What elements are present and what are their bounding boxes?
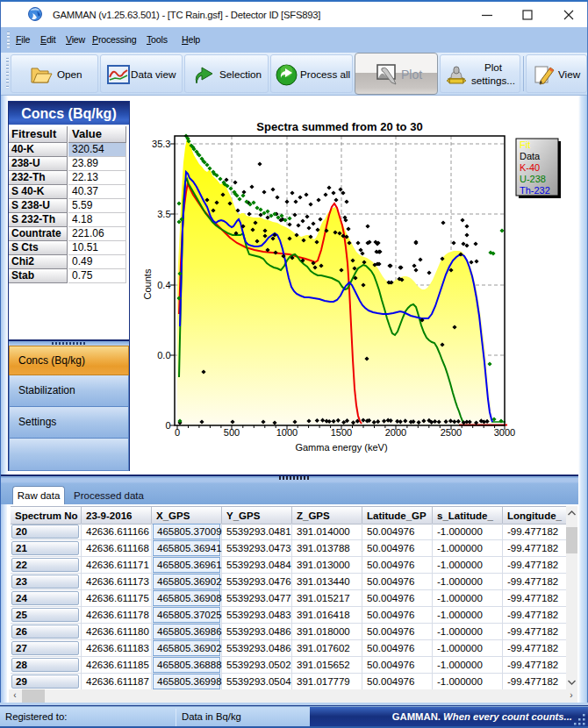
svg-text:1000: 1000 [276, 427, 298, 438]
svg-text:0: 0 [175, 427, 180, 438]
svg-text:Data: Data [520, 151, 541, 161]
svg-text:3000: 3000 [494, 427, 515, 438]
svg-text:2500: 2500 [441, 427, 462, 438]
svg-text:Counts: Counts [142, 268, 153, 299]
svg-text:Fit: Fit [520, 139, 530, 150]
svg-text:0.4: 0.4 [157, 280, 170, 290]
svg-text:Th-232: Th-232 [520, 185, 550, 196]
svg-text:500: 500 [224, 427, 240, 438]
svg-text:1500: 1500 [331, 427, 352, 438]
svg-text:K-40: K-40 [520, 162, 540, 173]
svg-text:35.3: 35.3 [152, 139, 170, 149]
svg-text:Gamma energy (keV): Gamma energy (keV) [295, 442, 387, 453]
svg-text:2000: 2000 [385, 427, 406, 438]
svg-text:0.0: 0.0 [157, 350, 170, 360]
svg-text:U-238: U-238 [520, 174, 546, 184]
svg-text:0: 0 [165, 420, 170, 431]
svg-text:3.5: 3.5 [157, 209, 170, 219]
svg-text:Spectra summed from 20 to 30: Spectra summed from 20 to 30 [256, 120, 422, 133]
